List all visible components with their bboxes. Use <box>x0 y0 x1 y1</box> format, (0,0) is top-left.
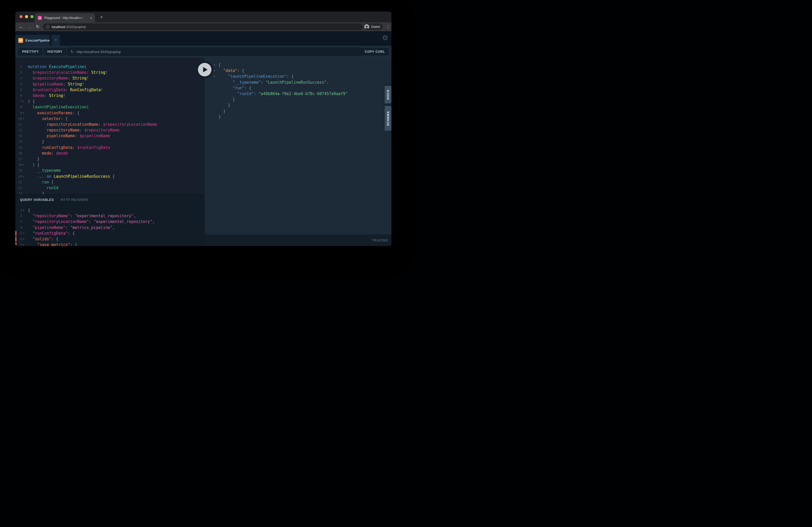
code-token: String <box>73 76 87 80</box>
query-code: 1mutation ExecutePipeline(2 $repositoryL… <box>15 64 205 196</box>
fold-arrow-icon[interactable]: ▾ <box>23 99 25 104</box>
playground-tab[interactable]: M ExecutePipeline × <box>15 35 49 46</box>
code-line: 4 "pipelineName": "metrics_pipeline", <box>15 225 205 230</box>
schema-side-tab[interactable]: SCHEMA <box>385 106 391 131</box>
site-info-icon[interactable]: i <box>46 25 49 29</box>
code-line: ▾ "data": { <box>205 68 391 74</box>
back-icon[interactable]: ← <box>17 22 25 31</box>
code-token: ! <box>105 70 108 75</box>
fold-arrow-icon[interactable]: ▾ <box>23 242 25 246</box>
line-number: 3 <box>15 75 22 81</box>
code-token: "runConfigData" <box>28 231 68 236</box>
line-number: 17 <box>15 156 22 162</box>
code-token: String <box>49 93 63 98</box>
code-line: 20▾ ... on LaunchPipelineRunSuccess { <box>15 174 205 179</box>
tab-query-variables[interactable]: QUERY VARIABLES <box>20 198 54 202</box>
execute-play-button[interactable] <box>196 61 213 78</box>
code-token: : { <box>51 237 58 241</box>
prettify-button[interactable]: PRETTIFY <box>18 48 43 56</box>
code-token: ! <box>82 82 84 87</box>
code-line: 10▾ selector: { <box>15 116 205 122</box>
code-token: "experimental_repository" <box>93 219 153 224</box>
reload-schema-icon[interactable]: ↺ <box>71 49 74 54</box>
code-token: executionParams <box>28 111 73 115</box>
tab-http-headers[interactable]: HTTP HEADERS <box>61 198 89 202</box>
response-footer: TRACING <box>205 235 391 246</box>
fold-arrow-icon[interactable]: ▾ <box>23 236 25 242</box>
code-token: : <box>87 70 91 75</box>
code-token: , <box>112 225 115 230</box>
code-line: 8 launchPipelineExecution( <box>15 104 205 110</box>
code-line: 2 $repositoryLocationName: String! <box>15 70 205 75</box>
minimize-window-button[interactable] <box>25 15 28 18</box>
code-token: : <box>75 134 79 138</box>
code-token: } <box>218 115 221 119</box>
code-token: runId <box>28 185 58 190</box>
fold-arrow-icon[interactable]: ▾ <box>23 174 25 179</box>
endpoint-url: http://localhost:3333/graphql <box>76 50 121 54</box>
browser-menu-icon[interactable]: ⋮ <box>385 24 391 30</box>
endpoint-input[interactable]: ↺ http://localhost:3333/graphql <box>67 48 362 56</box>
code-line: 15 runConfigData: $runConfigData <box>15 145 205 150</box>
mutation-badge: M <box>18 38 23 43</box>
code-token: ( <box>87 105 89 109</box>
play-icon <box>198 63 212 76</box>
code-token: "run" <box>218 86 244 90</box>
code-line: 9▾ executionParams: { <box>15 110 205 116</box>
fold-arrow-icon[interactable]: ▾ <box>23 116 25 122</box>
code-token: ) { <box>28 99 35 104</box>
fold-arrow-icon[interactable]: ▾ <box>214 62 215 68</box>
line-number: 14 <box>15 139 22 145</box>
code-token: run <box>28 180 49 184</box>
line-number: 19 <box>15 168 22 173</box>
code-line: ▾ "launchPipelineExecution": { <box>205 74 391 79</box>
browser-tab[interactable]: Playground - http://localhost:3 × <box>34 13 95 22</box>
code-line: } <box>205 102 391 108</box>
fold-arrow-icon[interactable]: ▾ <box>23 110 25 116</box>
code-token: { <box>218 63 221 67</box>
fold-arrow-icon[interactable]: ▾ <box>214 68 215 74</box>
code-token: : <box>63 82 68 87</box>
playground-toolbar: PRETTIFY HISTORY ↺ http://localhost:3333… <box>15 46 391 58</box>
query-editor[interactable]: 1mutation ExecutePipeline(2 $repositoryL… <box>15 58 205 246</box>
reload-icon[interactable]: ↻ <box>34 22 41 31</box>
line-number: 2 <box>15 213 22 219</box>
fold-arrow-icon[interactable]: ▾ <box>23 162 25 168</box>
browser-tab-close-icon[interactable]: × <box>90 16 92 20</box>
code-line: 1▾{ <box>15 207 205 213</box>
code-token: $runConfigData <box>77 145 110 150</box>
profile-button[interactable]: Guest <box>363 23 383 30</box>
copy-curl-button[interactable]: COPY CURL <box>361 48 389 56</box>
variables-code[interactable]: 1▾{2 "repositoryName": "experimental_rep… <box>15 207 205 246</box>
forward-icon[interactable]: → <box>26 22 33 31</box>
code-token: } <box>28 157 40 161</box>
url-text: localhost:3333/graphql <box>52 25 86 29</box>
code-line: 3 "repositoryLocationName": "experimenta… <box>15 219 205 225</box>
code-token: : { <box>287 74 294 79</box>
fold-arrow-icon[interactable]: ▾ <box>23 207 25 213</box>
docs-side-tab[interactable]: DOCS <box>385 86 391 103</box>
code-line: 19 __typename <box>15 168 205 173</box>
playground-new-tab-button[interactable]: + <box>52 35 60 46</box>
code-token: } <box>218 103 230 108</box>
fullscreen-window-button[interactable] <box>30 15 33 18</box>
code-token: pipelineName <box>28 134 75 138</box>
code-token: : { <box>73 111 79 115</box>
close-window-button[interactable] <box>19 15 23 18</box>
fold-arrow-icon[interactable]: ▾ <box>214 74 215 79</box>
tracing-toggle[interactable]: TRACING <box>372 239 388 242</box>
fold-arrow-icon[interactable]: ▾ <box>23 230 25 236</box>
code-token: : <box>98 122 103 127</box>
code-token: ! <box>63 93 65 98</box>
code-token: } <box>218 109 226 114</box>
code-token: $repositoryLocationName <box>28 70 87 75</box>
code-token: $repositoryName <box>28 76 68 80</box>
address-bar[interactable]: i localhost:3333/graphql <box>43 24 363 30</box>
code-token: : <box>51 151 56 156</box>
settings-gear-icon[interactable]: ⚙ <box>382 34 388 42</box>
line-number: 18 <box>15 162 22 168</box>
code-line: 3 $repositoryName: String! <box>15 75 205 81</box>
browser-new-tab-button[interactable]: + <box>98 14 105 21</box>
code-token: RunConfigData <box>70 88 101 92</box>
history-button[interactable]: HISTORY <box>43 48 66 56</box>
